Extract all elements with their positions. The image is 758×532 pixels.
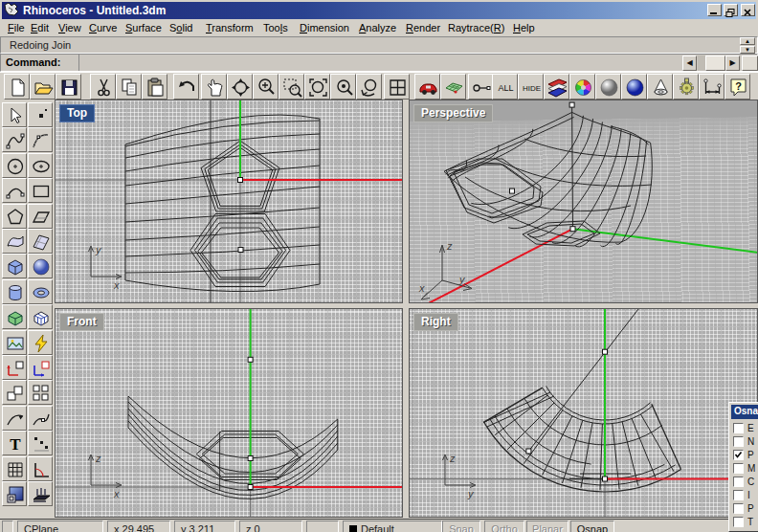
svg-text:z: z: [449, 453, 456, 464]
svg-text:ALL: ALL: [498, 83, 513, 93]
svg-text:?: ?: [735, 80, 742, 92]
svg-text:x: x: [418, 282, 425, 294]
svg-text:HIDE: HIDE: [523, 84, 541, 93]
svg-text:x: x: [113, 488, 120, 499]
svg-text:x: x: [113, 279, 120, 291]
svg-text:z: z: [95, 453, 101, 464]
svg-text:T: T: [10, 435, 21, 454]
svg-text:y: y: [467, 488, 475, 499]
svg-text:y: y: [95, 244, 102, 255]
svg-text:z: z: [446, 240, 453, 252]
